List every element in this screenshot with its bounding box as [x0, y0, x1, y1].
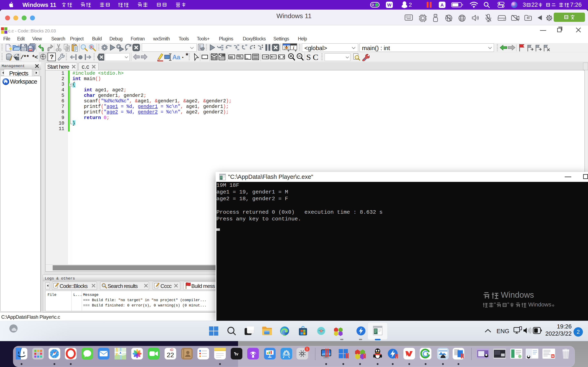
svg-text:W: W	[551, 355, 554, 358]
svg-text:R: R	[90, 45, 93, 49]
svg-text:A: A	[441, 2, 444, 8]
svg-text:W: W	[387, 2, 392, 8]
svg-text:i: i	[293, 45, 294, 50]
svg-text:22: 22	[167, 351, 174, 359]
svg-text:3: 3	[170, 349, 171, 351]
